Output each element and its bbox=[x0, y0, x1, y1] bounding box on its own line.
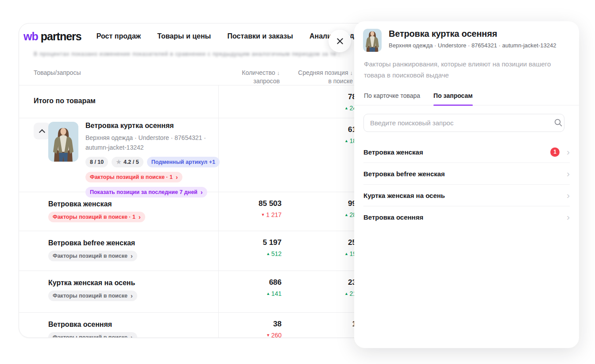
content-score-badge: 8 / 10 bbox=[85, 157, 108, 167]
product-stats: 8 / 10 ★4.2 / 5 Подменный артикул +1 bbox=[85, 157, 218, 167]
column-header-products-queries: Товары/запросы bbox=[34, 69, 81, 77]
blurred-note: В процентах показано изменение показател… bbox=[34, 51, 339, 57]
avg-position-cell: 1 bbox=[286, 320, 356, 332]
totals-label: Итого по товарам bbox=[34, 97, 96, 105]
search-position-factors-link[interactable]: Факторы позиций в поиске› bbox=[48, 290, 137, 301]
query-list: Ветровка женская 1 › Ветровка befree жен… bbox=[363, 141, 570, 228]
product-info: Ветровка куртка осенняя Верхняя одежда ·… bbox=[85, 122, 218, 197]
nav-item-sales-growth[interactable]: Рост продаж bbox=[97, 32, 141, 40]
sort-down-icon: ↓ bbox=[350, 70, 353, 76]
chevron-right-icon: › bbox=[131, 253, 133, 259]
avg-position-cell: 25 19 bbox=[286, 238, 356, 257]
query-count-delta: 260 bbox=[211, 332, 282, 338]
query-list-item[interactable]: Ветровка женская 1 › bbox=[363, 141, 570, 163]
avg-position-delta: 19 bbox=[286, 250, 356, 257]
avg-position-cell: 23 21 bbox=[286, 278, 356, 297]
chevron-right-icon: › bbox=[567, 169, 570, 178]
search-position-factors-link[interactable]: Факторы позиций в поиске · 1› bbox=[85, 172, 182, 182]
chevron-right-icon: › bbox=[131, 293, 133, 299]
avg-position-cell: 99 28 bbox=[286, 199, 356, 218]
query-title: Ветровка осенняя bbox=[48, 321, 112, 329]
chevron-right-icon: › bbox=[567, 190, 570, 200]
chevron-up-icon bbox=[39, 129, 45, 136]
nav-menu: Рост продаж Товары и цены Поставки и зак… bbox=[97, 32, 347, 40]
close-icon bbox=[336, 37, 344, 45]
column-header-query-count[interactable]: Количество↓ запросов bbox=[242, 69, 280, 85]
product-subtitle: Верхняя одежда · Understore · 87654321 ·… bbox=[85, 133, 218, 153]
avg-position-delta: 28 bbox=[286, 211, 356, 218]
query-count-cell: 85 503 1 217 bbox=[211, 199, 282, 218]
logo-wb-text: wb bbox=[23, 30, 38, 43]
star-icon: ★ bbox=[116, 159, 121, 165]
query-count-delta: 141 bbox=[211, 290, 282, 297]
query-title: Куртка женская на осень bbox=[48, 279, 135, 287]
substituted-article-badge[interactable]: Подменный артикул +1 bbox=[147, 157, 220, 167]
chevron-right-icon: › bbox=[176, 174, 178, 180]
rating-badge: ★4.2 / 5 bbox=[112, 157, 143, 167]
sort-down-icon: ↓ bbox=[277, 70, 280, 76]
tab-by-product-card[interactable]: По карточке товара bbox=[364, 92, 420, 105]
wb-partners-logo[interactable]: wb partners bbox=[23, 30, 81, 43]
product-avg-delta: 18 bbox=[286, 137, 356, 144]
search-position-factors-link[interactable]: Факторы позиций в поиске› bbox=[48, 332, 137, 338]
query-list-item[interactable]: Ветровка осенняя › bbox=[363, 206, 570, 228]
chevron-right-icon: › bbox=[567, 147, 570, 156]
query-count-delta: 1 217 bbox=[211, 211, 282, 218]
panel-header: Ветровка куртка осенняя Верхняя одежда ·… bbox=[354, 21, 579, 49]
query-count-cell: 686 141 bbox=[211, 278, 282, 297]
avg-position-delta: 21 bbox=[286, 290, 356, 297]
search-position-factors-link[interactable]: Факторы позиций в поиске · 1› bbox=[48, 212, 145, 222]
chevron-right-icon: › bbox=[567, 212, 570, 221]
query-count-cell: 5 197 512 bbox=[211, 238, 282, 257]
query-count-cell: 38 260 bbox=[211, 320, 282, 338]
panel-description: Факторы ранжирования, которые влияют на … bbox=[354, 58, 579, 81]
search-wrap bbox=[363, 114, 569, 132]
product-thumbnail bbox=[363, 29, 382, 52]
query-count-delta: 512 bbox=[211, 250, 282, 257]
product-photo[interactable] bbox=[48, 122, 78, 162]
query-title: Ветровка befree женская bbox=[48, 239, 135, 247]
panel-tabs: По карточке товара По запросам bbox=[354, 92, 579, 105]
panel-product-subtitle: Верхняя одежда · Understore · 87654321 ·… bbox=[389, 42, 569, 49]
chevron-right-icon: › bbox=[131, 334, 133, 338]
logo-partners-text: partners bbox=[41, 30, 81, 43]
nav-item-supplies-orders[interactable]: Поставки и заказы bbox=[227, 32, 293, 40]
totals-avg-position-cell: 78 24 bbox=[286, 93, 356, 112]
tab-by-queries[interactable]: По запросам bbox=[433, 92, 473, 105]
product-avg-position-cell: 61 18 bbox=[286, 125, 356, 144]
search-icon bbox=[554, 119, 562, 127]
product-title[interactable]: Ветровка куртка осенняя bbox=[85, 122, 218, 130]
column-header-avg-position[interactable]: Средняя позиция↓ в поиске bbox=[298, 69, 353, 85]
chevron-right-icon: › bbox=[139, 214, 141, 220]
product-factors-row: Факторы позиций в поиске · 1› bbox=[85, 172, 218, 182]
close-panel-button[interactable] bbox=[328, 30, 351, 52]
panel-product-title: Ветровка куртка осенняя bbox=[389, 29, 569, 39]
search-query-input[interactable] bbox=[363, 114, 564, 132]
query-title: Ветровка женская bbox=[48, 200, 112, 208]
query-list-item[interactable]: Ветровка befree женская › bbox=[363, 163, 570, 185]
app-window: wb partners Рост продаж Товары и цены По… bbox=[0, 0, 595, 364]
query-list-item[interactable]: Куртка женская на осень › bbox=[363, 185, 570, 206]
totals-avg-delta: 24 bbox=[286, 105, 356, 112]
alert-count-badge: 1 bbox=[550, 147, 560, 157]
ranking-factors-panel: Ветровка куртка осенняя Верхняя одежда ·… bbox=[354, 21, 579, 348]
nav-item-goods-prices[interactable]: Товары и цены bbox=[157, 32, 211, 40]
search-position-factors-link[interactable]: Факторы позиций в поиске› bbox=[48, 251, 137, 261]
